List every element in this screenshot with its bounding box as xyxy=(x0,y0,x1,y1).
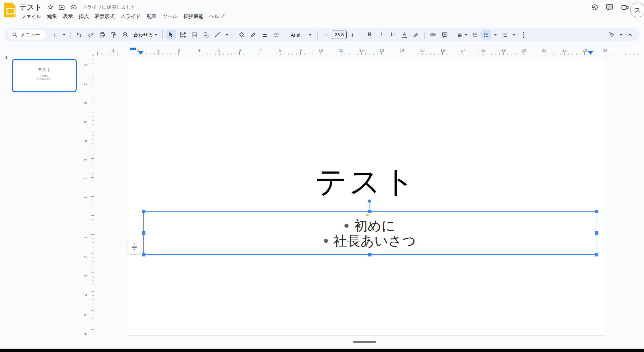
menu-item[interactable]: 表示形式 xyxy=(91,12,117,21)
new-slide-dropdown[interactable] xyxy=(62,30,67,40)
resize-handle-sw[interactable] xyxy=(142,253,145,256)
divider xyxy=(70,31,71,39)
select-tool-button[interactable] xyxy=(166,30,176,40)
menu-item[interactable]: 編集 xyxy=(44,12,60,21)
ruler-label: 22 xyxy=(562,48,567,53)
slide-thumbnail[interactable]: テスト 初めに社長あいさつ xyxy=(12,59,77,92)
laser-pointer-icon xyxy=(608,32,615,38)
bulleted-list-button[interactable] xyxy=(481,30,491,40)
font-family-select[interactable]: Arial xyxy=(289,30,314,40)
insert-shape-button[interactable] xyxy=(201,30,211,40)
border-color-button[interactable] xyxy=(248,30,258,40)
italic-button[interactable]: I xyxy=(376,30,386,40)
resize-handle-e[interactable] xyxy=(595,231,598,235)
pointer-mode-dropdown[interactable] xyxy=(618,30,623,40)
bullet-dot xyxy=(41,75,42,76)
bold-button[interactable]: B xyxy=(365,30,374,40)
zoom-button[interactable] xyxy=(120,30,130,40)
selected-text-box[interactable]: 初めに社長あいさつ xyxy=(143,211,596,255)
title-row: テスト ドライブに保存しました xyxy=(19,3,136,12)
text-box-button[interactable] xyxy=(178,30,187,40)
numbered-list-button[interactable]: 123 xyxy=(500,30,510,40)
insert-image-button[interactable] xyxy=(189,30,199,40)
bullet-line[interactable]: 初めに xyxy=(144,218,596,233)
bullet-line[interactable]: 社長あいさつ xyxy=(144,233,596,248)
slide-title-text[interactable]: テスト xyxy=(127,164,605,200)
menubar: ファイル編集表示挿入表示形式スライド配置ツール拡張機能ヘルプ xyxy=(18,12,227,21)
star-icon[interactable] xyxy=(47,4,54,11)
undo-button[interactable] xyxy=(74,30,84,40)
move-folder-icon[interactable] xyxy=(58,4,65,11)
slides-logo-icon[interactable] xyxy=(4,3,15,17)
ruler-label: 9 xyxy=(300,48,302,53)
menu-item[interactable]: 配置 xyxy=(144,12,159,21)
border-color-icon xyxy=(250,32,256,38)
ruler-label: 3 xyxy=(84,275,88,277)
select-arrow-icon xyxy=(168,32,174,38)
ruler-label: 4 xyxy=(84,294,88,297)
ruler-label: 23 xyxy=(582,48,587,53)
text-color-button[interactable]: A xyxy=(399,30,409,40)
numbered-list-dropdown[interactable] xyxy=(512,30,517,40)
resize-handle-nw[interactable] xyxy=(142,210,145,213)
comments-icon[interactable] xyxy=(606,4,613,11)
line-spacing-button[interactable] xyxy=(470,30,479,40)
header-actions xyxy=(591,4,634,11)
chevron-down-icon xyxy=(225,34,228,36)
chevron-down-icon xyxy=(465,34,468,36)
add-comment-button[interactable] xyxy=(440,30,449,40)
avatar[interactable]: ス xyxy=(630,3,644,17)
ruler-label: 3 xyxy=(178,48,180,53)
insert-link-button[interactable] xyxy=(428,30,438,40)
cloud-saved-icon[interactable] xyxy=(70,4,77,11)
border-dash-icon xyxy=(273,32,280,38)
fit-zoom-select[interactable]: 合わせる xyxy=(132,30,159,40)
indent-marker-right[interactable] xyxy=(588,51,593,55)
align-button[interactable] xyxy=(457,30,468,40)
menu-item[interactable]: 拡張機能 xyxy=(180,12,206,21)
indent-marker-rect[interactable] xyxy=(130,48,136,50)
border-weight-button[interactable] xyxy=(260,30,270,40)
underline-button[interactable]: U xyxy=(388,30,398,40)
new-slide-button[interactable]: ＋ xyxy=(50,30,60,40)
document-title[interactable]: テスト xyxy=(19,2,42,12)
print-button[interactable] xyxy=(97,30,107,40)
speaker-notes-drag-handle[interactable] xyxy=(353,341,376,343)
line-dropdown[interactable] xyxy=(224,30,229,40)
resize-handle-w[interactable] xyxy=(142,231,145,235)
resize-handle-ne[interactable] xyxy=(595,210,598,213)
divider xyxy=(361,31,361,39)
resize-handle-n[interactable] xyxy=(368,210,371,213)
highlight-color-button[interactable] xyxy=(411,30,421,40)
fill-color-button[interactable] xyxy=(237,30,246,40)
font-size-input[interactable]: 23.5 xyxy=(332,31,347,39)
menu-item[interactable]: スライド xyxy=(117,12,143,21)
chevron-down-icon xyxy=(619,34,622,36)
indent-marker-left[interactable] xyxy=(138,51,144,55)
hide-menus-button[interactable] xyxy=(625,30,635,40)
border-dash-button[interactable] xyxy=(272,30,281,40)
menu-item[interactable]: 表示 xyxy=(60,12,76,21)
text-fitting-button[interactable] xyxy=(128,239,141,254)
menu-item[interactable]: ヘルプ xyxy=(206,12,227,21)
more-options-button[interactable] xyxy=(519,30,528,40)
decrease-font-size-button[interactable]: − xyxy=(321,30,331,40)
pointer-mode-button[interactable] xyxy=(607,30,616,40)
search-menus-button[interactable]: メニュー xyxy=(8,30,46,40)
version-history-icon[interactable] xyxy=(591,4,598,11)
zoom-in-icon xyxy=(122,32,129,38)
slide-canvas[interactable]: テスト 初めに社長あいさつ xyxy=(127,59,605,336)
ruler-label: 21 xyxy=(542,48,546,53)
bulleted-list-dropdown[interactable] xyxy=(493,30,498,40)
rotation-handle[interactable] xyxy=(368,199,371,203)
ruler-label: 5 xyxy=(84,314,88,316)
font-family-value: Arial xyxy=(291,32,300,38)
resize-handle-se[interactable] xyxy=(595,253,598,256)
paint-format-button[interactable] xyxy=(109,30,119,40)
text-color-label: A xyxy=(403,32,406,36)
menu-item[interactable]: ファイル xyxy=(18,12,44,21)
increase-font-size-button[interactable]: ＋ xyxy=(348,30,357,40)
resize-handle-s[interactable] xyxy=(368,253,371,256)
menu-item[interactable]: ツール xyxy=(159,12,180,21)
insert-line-button[interactable] xyxy=(213,30,222,40)
